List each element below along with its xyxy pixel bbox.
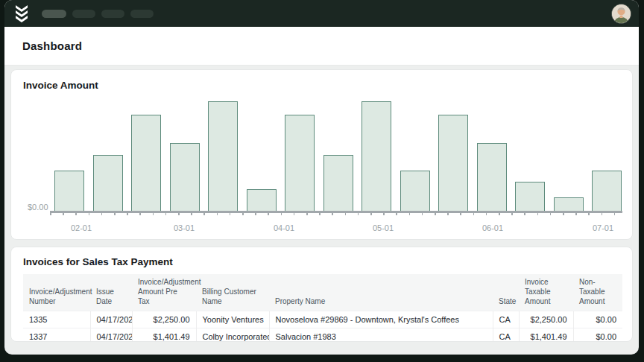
column-header-3: Invoice/Adjustment Amount Pre Tax bbox=[132, 274, 196, 311]
chart-bar-4 bbox=[170, 143, 200, 211]
table-cell: $2,250.00 bbox=[519, 311, 573, 328]
x-axis-tick-label: 03-01 bbox=[166, 223, 202, 232]
chart-bar-7 bbox=[285, 115, 315, 211]
column-header-4: Billing Customer Name bbox=[196, 274, 269, 311]
table-cell: 1337 bbox=[23, 328, 90, 343]
page-header: Dashboard bbox=[4, 27, 639, 66]
column-header-1: Invoice/Adjustment Number bbox=[23, 274, 90, 311]
chart-bar-11 bbox=[438, 115, 468, 211]
invoice-amount-card: Invoice Amount $0.00 02-0103-0104-0105-0… bbox=[10, 69, 633, 240]
chart-bar-3 bbox=[131, 115, 161, 211]
chart-bar-13 bbox=[515, 182, 545, 211]
column-header-6: State bbox=[493, 274, 519, 311]
table-cell: $1,401.49 bbox=[132, 328, 196, 343]
x-axis-tick-marks bbox=[50, 213, 622, 215]
chart-bar-2 bbox=[93, 155, 123, 211]
table-cell: $0.00 bbox=[573, 311, 622, 328]
chart-plot-area bbox=[54, 94, 622, 211]
chart-bar-1 bbox=[54, 171, 84, 211]
x-axis-tick-label: 05-01 bbox=[365, 223, 401, 232]
top-navigation-bar bbox=[4, 0, 639, 27]
table-cell: $1,401.49 bbox=[519, 328, 573, 343]
column-header-2: Issue Date bbox=[90, 274, 132, 311]
triple-chevron-icon bbox=[14, 5, 29, 22]
column-header-5: Property Name bbox=[269, 274, 493, 311]
y-axis-tick-label: $0.00 bbox=[28, 203, 48, 212]
table-row-2[interactable]: 133704/17/2024$1,401.49Colby Incorporate… bbox=[23, 328, 622, 343]
sales-tax-invoices-card: Invoices for Sales Tax Payment Invoice/A… bbox=[10, 247, 633, 342]
avatar-photo-icon bbox=[612, 4, 631, 23]
table-header-row: Invoice/Adjustment NumberIssue DateInvoi… bbox=[23, 274, 622, 311]
chart-bar-12 bbox=[477, 143, 507, 211]
app-window: Dashboard Invoice Amount $0.00 02-0103-0… bbox=[4, 0, 639, 355]
nav-placeholder-1[interactable] bbox=[42, 10, 66, 18]
chart-bar-14 bbox=[554, 197, 584, 211]
table-cell: $2,250.00 bbox=[132, 311, 196, 328]
x-axis-tick-label: 07-01 bbox=[585, 223, 621, 232]
invoices-table-wrap: Invoice/Adjustment NumberIssue DateInvoi… bbox=[23, 274, 620, 342]
table-cell: 04/17/2024 bbox=[90, 311, 132, 328]
chart-bar-10 bbox=[400, 171, 430, 211]
chart-title: Invoice Amount bbox=[23, 80, 620, 91]
invoice-amount-bar-chart: $0.00 02-0103-0104-0105-0106-0107-01 bbox=[23, 94, 620, 240]
table-cell: Salvacion #1983 bbox=[269, 328, 493, 343]
table-cell: Colby Incorporated bbox=[196, 328, 269, 343]
x-axis-tick-label: 04-01 bbox=[266, 223, 302, 232]
table-body: 133504/17/2024$2,250.00Yoonity VenturesN… bbox=[23, 311, 622, 343]
x-axis-tick-label: 06-01 bbox=[475, 223, 511, 232]
table-cell: CA bbox=[493, 311, 519, 328]
table-cell: Yoonity Ventures bbox=[196, 311, 269, 328]
table-row-1[interactable]: 133504/17/2024$2,250.00Yoonity VenturesN… bbox=[23, 311, 622, 328]
column-header-7: Invoice Taxable Amount bbox=[519, 274, 573, 311]
app-logo[interactable] bbox=[13, 4, 30, 22]
chart-bar-9 bbox=[362, 101, 391, 211]
x-axis-tick-label: 02-01 bbox=[63, 223, 99, 232]
column-header-8: Non-Taxable Amount bbox=[573, 274, 622, 311]
table-cell: CA bbox=[493, 328, 519, 343]
invoices-table: Invoice/Adjustment NumberIssue DateInvoi… bbox=[23, 274, 622, 342]
chart-bar-8 bbox=[323, 155, 353, 211]
page-title: Dashboard bbox=[22, 39, 82, 52]
table-cell: 04/17/2024 bbox=[90, 328, 132, 343]
user-avatar[interactable] bbox=[611, 4, 631, 24]
table-cell: Novoselova #29869 - Downtown, Krystal's … bbox=[269, 311, 493, 328]
table-title: Invoices for Sales Tax Payment bbox=[23, 256, 620, 267]
page-content: Invoice Amount $0.00 02-0103-0104-0105-0… bbox=[4, 66, 639, 355]
chart-bar-6 bbox=[247, 189, 277, 211]
nav-placeholder-2[interactable] bbox=[72, 10, 95, 18]
nav-placeholder-3[interactable] bbox=[101, 10, 124, 18]
table-cell: $0.00 bbox=[573, 328, 622, 343]
topbar-nav bbox=[42, 10, 154, 18]
chart-bar-15 bbox=[592, 171, 622, 211]
table-cell: 1335 bbox=[23, 311, 90, 328]
chart-bar-5 bbox=[208, 101, 238, 211]
nav-placeholder-4[interactable] bbox=[130, 10, 154, 18]
